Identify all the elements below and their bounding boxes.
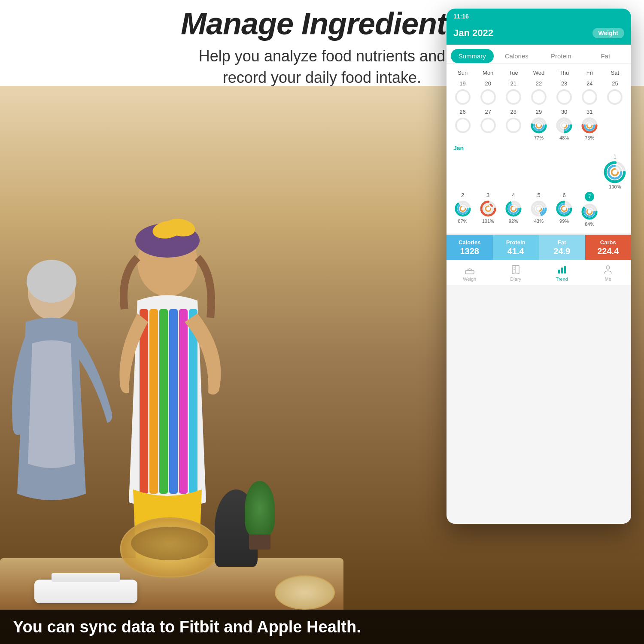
tab-protein[interactable]: Protein: [540, 49, 583, 63]
day-24[interactable]: 24: [577, 79, 602, 107]
svg-point-15: [507, 90, 520, 104]
day-header-tue: Tue: [501, 68, 526, 78]
day-30[interactable]: 30 48%: [552, 108, 577, 141]
day-empty-3: [501, 152, 526, 190]
time-display: 11:16: [453, 13, 469, 20]
day-jan-1[interactable]: 1 100%: [602, 152, 628, 190]
plant: [245, 481, 275, 537]
weight-button[interactable]: Weight: [592, 28, 624, 38]
tab-navigation: Summary Calories Protein Fat: [447, 45, 631, 64]
bowl-contents: [131, 526, 208, 560]
week-row-jan1: 1 100%: [450, 152, 628, 190]
stat-calories: Calories 1328: [447, 235, 493, 260]
svg-rect-88: [558, 270, 560, 273]
day-empty-last: [602, 191, 628, 228]
svg-point-16: [532, 90, 546, 104]
svg-rect-11: [179, 309, 188, 494]
day-29[interactable]: 29 77%: [526, 108, 551, 141]
day-header-fri: Fri: [577, 68, 602, 78]
nav-diary[interactable]: Diary: [493, 264, 539, 282]
day-27[interactable]: 27: [475, 108, 501, 141]
nav-trend-label: Trend: [556, 276, 568, 282]
day-26[interactable]: 26: [450, 108, 475, 141]
cereal-bowl: [275, 575, 335, 610]
plant-pot: [249, 535, 270, 550]
week-row-1: 19 20 21 22 23 24: [450, 79, 628, 107]
nav-diary-label: Diary: [510, 276, 521, 282]
page-title: Manage Ingredients: [181, 6, 463, 41]
bottom-navigation: Weigh Diary Trend: [447, 260, 631, 285]
bottom-bar: You can sync data to Fitbit and Apple He…: [0, 610, 644, 644]
day-header-mon: Mon: [475, 68, 501, 78]
kitchen-scale: [34, 580, 137, 603]
day-empty-5: [552, 152, 577, 190]
nav-weigh-label: Weigh: [463, 276, 476, 282]
day-header-wed: Wed: [526, 68, 551, 78]
chart-icon: [556, 264, 568, 276]
day-jan-5[interactable]: 5 43%: [526, 191, 551, 228]
day-25[interactable]: 25: [602, 79, 628, 107]
scale-platform: [52, 573, 120, 582]
day-28[interactable]: 28: [501, 108, 526, 141]
phone-mockup: 11:16 Jan 2022 Weight Summary Calories P…: [447, 9, 631, 524]
svg-rect-7: [140, 309, 148, 494]
day-headers: Sun Mon Tue Wed Thu Fri Sat: [450, 68, 628, 78]
day-empty-1: [450, 152, 475, 190]
svg-point-21: [481, 118, 495, 132]
svg-rect-89: [561, 267, 563, 273]
stat-protein: Protein 41.4: [493, 235, 539, 260]
day-jan-4[interactable]: 4 92%: [501, 191, 526, 228]
status-bar: 11:16: [447, 9, 631, 24]
week-row-2: 26 27 28 29: [450, 108, 628, 141]
day-empty-2: [475, 152, 501, 190]
svg-point-1: [27, 260, 76, 303]
nav-trend[interactable]: Trend: [539, 264, 585, 282]
svg-point-17: [557, 90, 571, 104]
nav-weigh[interactable]: Weigh: [447, 264, 493, 282]
tab-calories[interactable]: Calories: [495, 49, 538, 63]
day-31[interactable]: 31 75%: [577, 108, 602, 141]
day-header-sat: Sat: [602, 68, 628, 78]
day-20[interactable]: 20: [475, 79, 501, 107]
month-display: Jan 2022: [453, 27, 493, 39]
week-row-jan2: 2 87% 3: [450, 191, 628, 228]
day-header-sun: Sun: [450, 68, 475, 78]
svg-rect-8: [149, 309, 158, 494]
svg-point-22: [507, 118, 520, 132]
day-23[interactable]: 23: [552, 79, 577, 107]
person-icon: [602, 264, 614, 276]
day-empty-6: [577, 152, 602, 190]
day-22[interactable]: 22: [526, 79, 551, 107]
day-jan-3[interactable]: 3 101%: [475, 191, 501, 228]
stat-fat: Fat 24.9: [539, 235, 585, 260]
svg-point-20: [456, 118, 470, 132]
bottom-label: You can sync data to Fitbit and Apple He…: [13, 618, 361, 636]
day-jan-6[interactable]: 6 99%: [552, 191, 577, 228]
svg-point-19: [608, 90, 622, 104]
day-jan-7[interactable]: 7 84%: [577, 191, 602, 228]
tab-summary[interactable]: Summary: [451, 49, 494, 63]
svg-point-6: [162, 227, 173, 237]
svg-rect-10: [169, 309, 178, 494]
svg-point-91: [606, 266, 610, 269]
app-header: Jan 2022 Weight: [447, 24, 631, 45]
stats-footer: Calories 1328 Protein 41.4 Fat 24.9 Carb…: [447, 234, 631, 260]
svg-point-14: [481, 90, 495, 104]
nav-me[interactable]: Me: [585, 264, 632, 282]
svg-point-84: [469, 270, 470, 271]
svg-point-13: [456, 90, 470, 104]
subtitle: Help you analyze food nutrients and reco…: [199, 46, 445, 89]
tab-fat[interactable]: Fat: [584, 49, 627, 63]
scale-icon: [464, 264, 476, 276]
book-icon: [510, 264, 522, 276]
calendar-section: Sun Mon Tue Wed Thu Fri Sat 19 20 21 22: [447, 64, 631, 233]
day-jan-2[interactable]: 2 87%: [450, 191, 475, 228]
day-empty: [602, 108, 628, 141]
stat-carbs: Carbs 224.4: [585, 235, 632, 260]
svg-rect-90: [564, 266, 566, 273]
svg-rect-9: [159, 309, 168, 494]
day-19[interactable]: 19: [450, 79, 475, 107]
day-21[interactable]: 21: [501, 79, 526, 107]
jan-label: Jan: [450, 142, 628, 152]
day-empty-4: [526, 152, 551, 190]
